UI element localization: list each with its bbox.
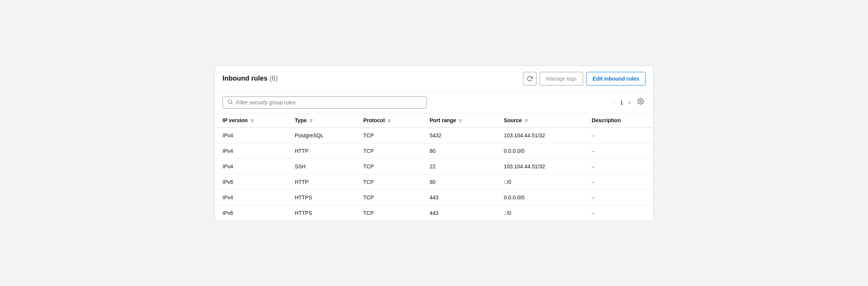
cell-source-0: 103.104.44.51/32 — [496, 127, 584, 143]
cell-type-5: HTTPS — [287, 205, 356, 221]
col-header-ip-version: IP version ▽ — [215, 113, 287, 127]
filter-row: ‹ 1 › — [215, 92, 653, 113]
column-settings-button[interactable] — [636, 96, 646, 108]
panel-title-count: (6) — [269, 75, 278, 82]
sort-icon-ip-version: ▽ — [251, 119, 254, 123]
cell-protocol-1: TCP — [356, 143, 422, 159]
cell-port_range-2: 22 — [422, 159, 496, 174]
cell-source-5: ::/0 — [496, 205, 584, 221]
cell-description-2: – — [584, 159, 653, 174]
sort-icon-source: ▽ — [525, 119, 528, 123]
cell-port_range-1: 80 — [422, 143, 496, 159]
pagination-page-number: 1 — [620, 99, 623, 106]
cell-source-3: ::/0 — [496, 174, 584, 190]
sort-icon-protocol: ▽ — [388, 119, 391, 123]
rules-table: IP version ▽ Type ▽ Protocol ▽ Port rang… — [215, 113, 653, 221]
edit-inbound-rules-button[interactable]: Edit inbound rules — [586, 72, 646, 85]
table-row: IPv4HTTPSTCP4430.0.0.0/0– — [215, 190, 653, 205]
cell-ip_version-0: IPv4 — [215, 127, 287, 143]
svg-line-1 — [231, 103, 232, 104]
cell-description-1: – — [584, 143, 653, 159]
panel-title-wrapper: Inbound rules (6) — [222, 75, 278, 82]
cell-type-2: SSH — [287, 159, 356, 174]
cell-protocol-0: TCP — [356, 127, 422, 143]
col-header-description: Description — [584, 113, 653, 127]
cell-port_range-0: 5432 — [422, 127, 496, 143]
col-header-protocol: Protocol ▽ — [356, 113, 422, 127]
col-header-type: Type ▽ — [287, 113, 356, 127]
inbound-rules-panel: Inbound rules (6) Manage tags Edit inbou… — [215, 65, 653, 221]
search-input[interactable] — [236, 99, 422, 106]
cell-source-1: 0.0.0.0/0 — [496, 143, 584, 159]
cell-source-4: 0.0.0.0/0 — [496, 190, 584, 205]
cell-source-2: 103.104.44.51/32 — [496, 159, 584, 174]
cell-ip_version-5: IPv6 — [215, 205, 287, 221]
sort-icon-type: ▽ — [310, 119, 313, 123]
refresh-icon — [527, 76, 533, 82]
panel-title: Inbound rules (6) — [222, 75, 278, 82]
cell-description-3: – — [584, 174, 653, 190]
search-icon — [227, 99, 233, 106]
cell-ip_version-1: IPv4 — [215, 143, 287, 159]
refresh-button[interactable] — [523, 72, 537, 85]
table-row: IPv6HTTPTCP80::/0– — [215, 174, 653, 190]
settings-icon — [637, 98, 644, 105]
table-header-row: IP version ▽ Type ▽ Protocol ▽ Port rang… — [215, 113, 653, 127]
cell-protocol-5: TCP — [356, 205, 422, 221]
table-row: IPv4HTTPTCP800.0.0.0/0– — [215, 143, 653, 159]
col-header-source: Source ▽ — [496, 113, 584, 127]
cell-port_range-3: 80 — [422, 174, 496, 190]
cell-description-5: – — [584, 205, 653, 221]
panel-header: Inbound rules (6) Manage tags Edit inbou… — [215, 66, 653, 92]
cell-type-4: HTTPS — [287, 190, 356, 205]
cell-protocol-3: TCP — [356, 174, 422, 190]
pagination-controls: ‹ 1 › — [611, 96, 646, 108]
cell-description-4: – — [584, 190, 653, 205]
table-row: IPv4PostgreSQLTCP5432103.104.44.51/32– — [215, 127, 653, 143]
cell-description-0: – — [584, 127, 653, 143]
manage-tags-button[interactable]: Manage tags — [540, 72, 583, 85]
table-row: IPv6HTTPSTCP443::/0– — [215, 205, 653, 221]
search-wrapper — [222, 96, 427, 109]
cell-type-3: HTTP — [287, 174, 356, 190]
cell-port_range-5: 443 — [422, 205, 496, 221]
cell-protocol-2: TCP — [356, 159, 422, 174]
cell-protocol-4: TCP — [356, 190, 422, 205]
sort-icon-port-range: ▽ — [459, 119, 462, 123]
cell-ip_version-4: IPv4 — [215, 190, 287, 205]
table-row: IPv4SSHTCP22103.104.44.51/32– — [215, 159, 653, 174]
col-header-port-range: Port range ▽ — [422, 113, 496, 127]
cell-port_range-4: 443 — [422, 190, 496, 205]
svg-point-2 — [640, 101, 642, 103]
header-actions: Manage tags Edit inbound rules — [523, 72, 646, 85]
panel-title-text: Inbound rules — [222, 75, 268, 82]
cell-type-0: PostgreSQL — [287, 127, 356, 143]
cell-type-1: HTTP — [287, 143, 356, 159]
cell-ip_version-3: IPv6 — [215, 174, 287, 190]
cell-ip_version-2: IPv4 — [215, 159, 287, 174]
pagination-prev-button[interactable]: ‹ — [611, 98, 617, 107]
pagination-next-button[interactable]: › — [626, 98, 633, 107]
